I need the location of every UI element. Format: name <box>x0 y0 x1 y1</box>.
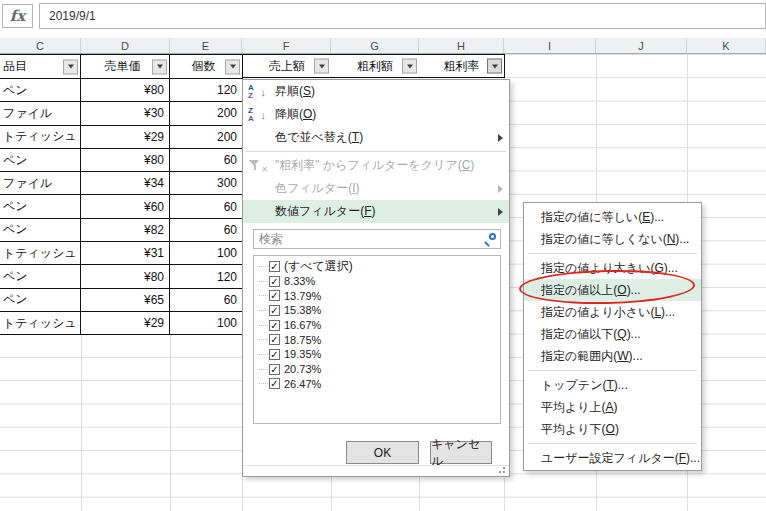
cell-qty[interactable]: 60 <box>170 219 243 242</box>
filter-search-input[interactable] <box>254 230 500 248</box>
filter-value-option[interactable]: ✓13.79% <box>254 288 500 303</box>
cell-qty[interactable]: 200 <box>170 126 243 149</box>
filter-value-option[interactable]: ✓19.35% <box>254 347 500 362</box>
checkbox-checked-icon[interactable]: ✓ <box>269 320 280 331</box>
column-header-d[interactable]: D <box>81 38 170 53</box>
submenu-item-between[interactable]: 指定の範囲内(W)... <box>524 345 701 367</box>
cell-item[interactable]: ペン <box>0 289 81 312</box>
cell-unit-price[interactable]: ¥34 <box>81 172 170 195</box>
filter-value-list: ✓(すべて選択) ✓8.33% ✓13.79% ✓15.38% ✓16.67% … <box>253 255 501 424</box>
panel-resize-strip <box>243 465 509 476</box>
resize-grip-icon[interactable] <box>499 471 501 473</box>
filter-button-gross-margin[interactable] <box>487 59 502 74</box>
checkbox-checked-icon[interactable]: ✓ <box>269 290 280 301</box>
cell-item[interactable]: ペン <box>0 195 81 218</box>
filter-button-gross-profit[interactable] <box>402 59 417 74</box>
column-header-j[interactable]: J <box>596 38 687 53</box>
column-header-h[interactable]: H <box>419 38 504 53</box>
submenu-item-less-than-or-equal[interactable]: 指定の値以下(Q)... <box>524 323 701 345</box>
filter-button-qty[interactable] <box>225 59 240 74</box>
cell-item[interactable]: トティッシュ <box>0 126 81 149</box>
filter-value-option[interactable]: ✓16.67% <box>254 318 500 333</box>
column-header-k[interactable]: K <box>687 38 766 53</box>
checkbox-checked-icon[interactable]: ✓ <box>269 305 280 316</box>
filter-value-option[interactable]: ✓20.73% <box>254 362 500 377</box>
filter-option-select-all[interactable]: ✓(すべて選択) <box>254 259 500 274</box>
cell-item[interactable]: ファイル <box>0 102 81 125</box>
filter-button-sales[interactable] <box>314 59 329 74</box>
header-cell-unit-price[interactable]: 売単価 <box>81 55 170 79</box>
checkbox-checked-icon[interactable]: ✓ <box>269 261 280 272</box>
cell-item[interactable]: トティッシュ <box>0 242 81 265</box>
search-icon[interactable] <box>483 233 496 246</box>
header-cell-sales[interactable]: 売上額 <box>242 54 332 78</box>
cell-qty[interactable]: 200 <box>170 102 243 125</box>
cell-item[interactable]: ペン <box>0 149 81 172</box>
cell-unit-price[interactable]: ¥29 <box>81 126 170 149</box>
resize-grip-icon[interactable] <box>503 471 505 473</box>
cell-item[interactable]: トティッシュ <box>0 312 81 335</box>
cell-item[interactable]: ペン <box>0 219 81 242</box>
cell-unit-price[interactable]: ¥80 <box>81 149 170 172</box>
cell-unit-price[interactable]: ¥60 <box>81 195 170 218</box>
cell-unit-price[interactable]: ¥31 <box>81 242 170 265</box>
cell-item[interactable]: ファイル <box>0 172 81 195</box>
cell-qty[interactable]: 100 <box>170 312 243 335</box>
filter-button-item[interactable] <box>63 59 78 74</box>
chevron-down-icon <box>157 65 163 69</box>
submenu-item-equals[interactable]: 指定の値に等しい(E)... <box>524 206 701 228</box>
header-cell-gross-margin[interactable]: 粗利率 <box>419 54 505 78</box>
filter-value-option[interactable]: ✓15.38% <box>254 303 500 318</box>
filter-value-option[interactable]: ✓8.33% <box>254 274 500 289</box>
menu-item-sort-descending[interactable]: ZA↓ 降順(O) <box>243 103 509 126</box>
column-header-f[interactable]: F <box>242 38 331 53</box>
checkbox-checked-icon[interactable]: ✓ <box>269 349 280 360</box>
filter-value-option[interactable]: ✓26.47% <box>254 377 500 392</box>
column-header-c[interactable]: C <box>0 38 81 53</box>
cell-qty[interactable]: 100 <box>170 242 243 265</box>
cell-item[interactable]: ペン <box>0 79 81 102</box>
cancel-button[interactable]: キャンセル <box>430 441 492 464</box>
cell-qty[interactable]: 120 <box>170 265 243 288</box>
checkbox-checked-icon[interactable]: ✓ <box>269 334 280 345</box>
header-cell-item[interactable]: 品目 <box>0 55 81 79</box>
formula-bar-input[interactable] <box>39 3 766 29</box>
checkbox-checked-icon[interactable]: ✓ <box>269 378 280 389</box>
column-header-g[interactable]: G <box>331 38 419 53</box>
menu-item-number-filters[interactable]: 数値フィルター(F) <box>243 200 509 223</box>
filter-value-option[interactable]: ✓18.75% <box>254 332 500 347</box>
header-cell-gross-profit[interactable]: 粗利額 <box>331 54 420 78</box>
menu-item-sort-ascending[interactable]: AZ↓ 昇順(S) <box>243 80 509 103</box>
submenu-arrow-icon <box>498 185 503 193</box>
cell-unit-price[interactable]: ¥80 <box>81 79 170 102</box>
cell-unit-price[interactable]: ¥30 <box>81 102 170 125</box>
cell-qty[interactable]: 300 <box>170 172 243 195</box>
cell-qty[interactable]: 60 <box>170 289 243 312</box>
ok-button[interactable]: OK <box>346 441 419 464</box>
cell-unit-price[interactable]: ¥82 <box>81 219 170 242</box>
filter-dropdown-panel: AZ↓ 昇順(S) ZA↓ 降順(O) 色で並べ替え(T) ✕ "粗利率" から… <box>242 79 510 477</box>
submenu-item-not-equals[interactable]: 指定の値に等しくない(N)... <box>524 228 701 250</box>
checkbox-checked-icon[interactable]: ✓ <box>269 276 280 287</box>
resize-grip-icon[interactable] <box>503 467 505 469</box>
submenu-item-below-average[interactable]: 平均より下(O) <box>524 418 701 440</box>
column-header-i[interactable]: I <box>504 38 596 53</box>
column-header-e[interactable]: E <box>170 38 242 53</box>
cell-qty[interactable]: 120 <box>170 79 243 102</box>
menu-item-clear-filter: ✕ "粗利率" からフィルターをクリア(C) <box>243 154 509 177</box>
chevron-down-icon <box>407 64 413 68</box>
submenu-item-less-than[interactable]: 指定の値より小さい(L)... <box>524 301 701 323</box>
cell-item[interactable]: ペン <box>0 265 81 288</box>
header-cell-qty[interactable]: 個数 <box>170 55 243 79</box>
cell-unit-price[interactable]: ¥80 <box>81 265 170 288</box>
submenu-item-above-average[interactable]: 平均より上(A) <box>524 396 701 418</box>
filter-button-unit-price[interactable] <box>152 59 167 74</box>
cell-unit-price[interactable]: ¥29 <box>81 312 170 335</box>
submenu-item-custom-filter[interactable]: ユーザー設定フィルター(F)... <box>524 447 701 469</box>
submenu-item-top-ten[interactable]: トップテン(T)... <box>524 374 701 396</box>
checkbox-checked-icon[interactable]: ✓ <box>269 364 280 375</box>
cell-unit-price[interactable]: ¥65 <box>81 289 170 312</box>
menu-item-sort-by-color[interactable]: 色で並べ替え(T) <box>243 126 509 149</box>
cell-qty[interactable]: 60 <box>170 195 243 218</box>
cell-qty[interactable]: 60 <box>170 149 243 172</box>
